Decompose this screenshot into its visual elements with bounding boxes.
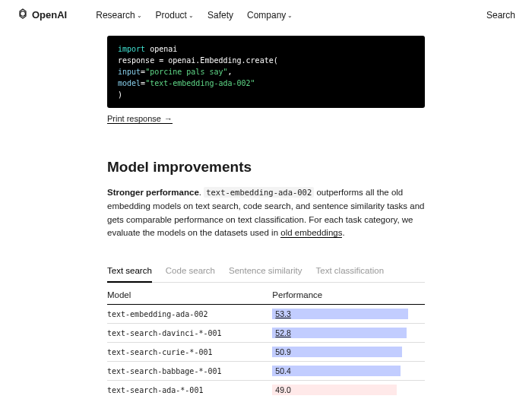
performance-cell: 53.3 <box>272 305 425 324</box>
chevron-down-icon: ⌄ <box>287 12 293 19</box>
table-row: text-search-curie-*-00150.9 <box>107 343 425 362</box>
model-cell: text-search-babbage-*-001 <box>107 362 272 381</box>
nav-safety[interactable]: Safety <box>207 10 233 21</box>
performance-cell: 50.9 <box>272 343 425 362</box>
tab-sentence-similarity[interactable]: Sentence similarity <box>229 266 302 282</box>
print-response-link[interactable]: Print response→ <box>107 114 173 124</box>
brand-logo[interactable]: OpenAI <box>17 8 67 22</box>
table-row: text-search-ada-*-00149.0 <box>107 381 425 399</box>
nav-research[interactable]: Research⌄ <box>96 10 141 21</box>
benchmark-tabs: Text search Code search Sentence similar… <box>107 266 425 283</box>
paragraph-stronger-performance: Stronger performance. text-embedding-ada… <box>107 186 425 240</box>
chevron-down-icon: ⌄ <box>137 12 142 19</box>
table-row: text-search-davinci-*-00152.8 <box>107 324 425 343</box>
col-performance: Performance <box>272 284 425 305</box>
nav-company[interactable]: Company⌄ <box>247 10 293 21</box>
model-cell: text-search-davinci-*-001 <box>107 324 272 343</box>
model-cell: text-search-ada-*-001 <box>107 381 272 399</box>
col-model: Model <box>107 284 272 305</box>
performance-table: Model Performance text-embedding-ada-002… <box>107 284 425 399</box>
model-cell: text-search-curie-*-001 <box>107 343 272 362</box>
old-embeddings-link[interactable]: old embeddings <box>280 228 342 238</box>
svg-point-0 <box>21 11 26 17</box>
search-link[interactable]: Search <box>486 10 515 21</box>
site-header: OpenAI Research⌄ Product⌄ Safety Company… <box>0 0 532 30</box>
performance-cell: 50.4 <box>272 362 425 381</box>
tab-code-search[interactable]: Code search <box>166 266 215 282</box>
table-row: text-search-babbage-*-00150.4 <box>107 362 425 381</box>
openai-icon <box>17 8 29 22</box>
tab-text-search[interactable]: Text search <box>107 266 152 283</box>
model-cell: text-embedding-ada-002 <box>107 305 272 324</box>
main-nav: Research⌄ Product⌄ Safety Company⌄ <box>96 10 293 21</box>
nav-product[interactable]: Product⌄ <box>156 10 194 21</box>
section-heading: Model improvements <box>107 159 425 176</box>
tab-text-classification[interactable]: Text classification <box>316 266 384 282</box>
table-row: text-embedding-ada-00253.3 <box>107 305 425 324</box>
performance-cell: 49.0 <box>272 381 425 399</box>
chevron-down-icon: ⌄ <box>188 12 194 19</box>
brand-text: OpenAI <box>32 9 67 21</box>
arrow-right-icon: → <box>164 114 173 123</box>
article-body: import openai response = openai.Embeddin… <box>107 36 425 399</box>
code-sample: import openai response = openai.Embeddin… <box>107 36 425 108</box>
performance-cell: 52.8 <box>272 324 425 343</box>
